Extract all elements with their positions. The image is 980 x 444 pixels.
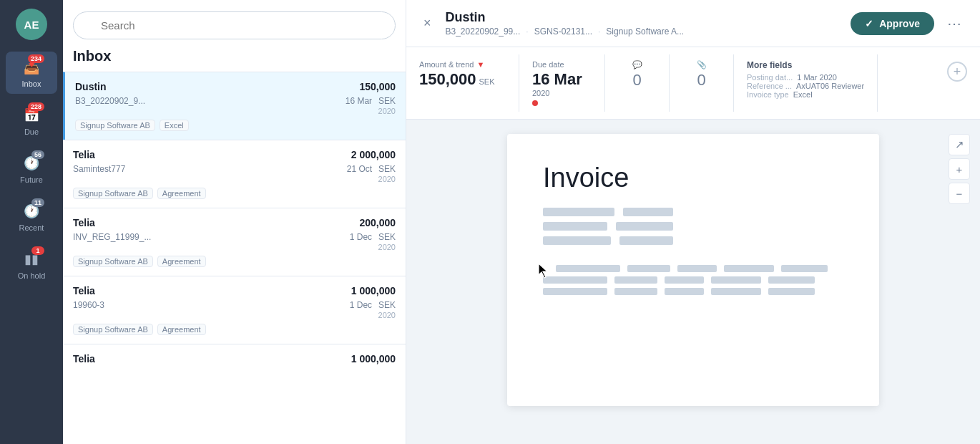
detail-title-block: Dustin B3_20220902_99... · SGNS-02131...…	[446, 10, 685, 37]
avatar: AE	[16, 9, 47, 40]
invoice-type-key: Invoice type	[747, 90, 789, 99]
approve-label: Approve	[879, 18, 920, 29]
doc-content-lines	[543, 208, 843, 245]
cursor-icon	[536, 262, 552, 281]
invoice-date-wrapper-4: 1 Dec SEK 2020	[350, 298, 396, 319]
sidebar-item-recent[interactable]: 11 🕐 Recent	[6, 196, 57, 238]
close-button[interactable]: ×	[419, 14, 436, 32]
expand-button[interactable]: ↗	[949, 134, 970, 155]
sidebar-label-recent: Recent	[19, 223, 44, 232]
invoice-document: Invoice	[507, 134, 879, 406]
left-panel: 🔍 Inbox Dustin 150,000 B3_20220902_9... …	[63, 0, 406, 444]
breadcrumb-sgns: SGNS-02131...	[534, 26, 592, 37]
invoice-name-2: Telia	[73, 149, 95, 160]
due-date-card: Due date 16 Mar 2020	[519, 54, 605, 112]
invoice-ref-1: B3_20220902_9...	[75, 96, 145, 106]
invoice-heading: Invoice	[543, 163, 843, 193]
detail-actions: ✓ Approve ⋯	[851, 12, 967, 35]
approve-check-icon: ✓	[865, 18, 873, 29]
attachments-icon: 📎	[697, 60, 707, 69]
sidebar-label-due: Due	[24, 127, 39, 136]
invoice-item-1[interactable]: Dustin 150,000 B3_20220902_9... 16 Mar S…	[63, 72, 406, 140]
sidebar-item-on-hold[interactable]: 1 ▮▮ On hold	[6, 243, 57, 286]
sidebar-label-on-hold: On hold	[18, 271, 46, 280]
search-input[interactable]	[73, 11, 396, 39]
more-fields-title: More fields	[747, 60, 864, 70]
reference-key: Reference ...	[747, 82, 792, 90]
invoice-tags-1: Signup Software AB Excel	[75, 120, 396, 131]
posting-date-row: Posting dat... 1 Mar 2020	[747, 73, 864, 82]
breadcrumb: B3_20220902_99... · SGNS-02131... · Sign…	[446, 26, 685, 37]
invoice-date-wrapper-2: 21 Oct SEK 2020	[347, 162, 396, 183]
invoice-date-3: 1 Dec	[350, 232, 372, 242]
tag-agreement-4: Agreement	[157, 324, 206, 335]
on-hold-icon: 1 ▮▮	[21, 249, 41, 269]
amount-value: 150,000	[419, 70, 476, 89]
detail-title: Dustin	[446, 10, 685, 25]
reference-row: Reference ... AxUAT06 Reviewer	[747, 82, 864, 90]
sidebar-label-future: Future	[20, 175, 43, 184]
more-fields-card: More fields Posting dat... 1 Mar 2020 Re…	[734, 54, 878, 112]
sidebar-label-inbox: Inbox	[22, 79, 41, 88]
zoom-in-button[interactable]: +	[949, 158, 970, 180]
comments-card[interactable]: 💬 0	[605, 54, 670, 112]
tag-excel-1: Excel	[160, 120, 189, 131]
invoice-amount-1: 150,000	[359, 81, 396, 92]
due-date-label: Due date	[532, 60, 592, 69]
zoom-out-button[interactable]: −	[949, 183, 970, 204]
tag-signup-1: Signup Software AB	[75, 120, 155, 131]
invoice-date-wrapper-3: 1 Dec SEK 2020	[350, 230, 396, 251]
trend-down-icon: ▼	[476, 60, 484, 69]
invoice-tags-3: Signup Software AB Agreement	[73, 256, 396, 267]
invoice-ref-3: INV_REG_11999_...	[73, 232, 151, 242]
invoice-name-4: Telia	[73, 285, 95, 296]
tag-signup-2: Signup Software AB	[73, 188, 153, 199]
attachments-count: 0	[697, 71, 705, 90]
table-row-3	[543, 288, 843, 295]
amount-label: Amount & trend ▼	[419, 60, 506, 69]
sidebar-item-due[interactable]: 228 📅 Due	[6, 100, 57, 142]
invoice-year-4: 2020	[350, 311, 396, 319]
table-row-1	[543, 265, 843, 272]
breadcrumb-company: Signup Software A...	[606, 26, 684, 37]
invoice-currency-4: SEK	[378, 300, 396, 310]
tag-signup-3: Signup Software AB	[73, 256, 153, 267]
add-field-button[interactable]: +	[947, 62, 967, 82]
search-bar: 🔍	[63, 0, 406, 48]
approve-button[interactable]: ✓ Approve	[851, 12, 934, 35]
info-cards: Amount & trend ▼ 150,000 SEK Due date 16…	[406, 47, 980, 120]
invoice-date-1: 16 Mar	[346, 96, 372, 106]
table-row-2	[543, 276, 843, 284]
recent-icon: 11 🕐	[21, 201, 41, 221]
detail-header: × Dustin B3_20220902_99... · SGNS-02131.…	[406, 0, 980, 47]
tag-agreement-3: Agreement	[157, 256, 206, 267]
invoice-currency-1: SEK	[378, 96, 396, 106]
invoice-item-2[interactable]: Telia 2 000,000 Samintest777 21 Oct SEK …	[63, 140, 406, 208]
invoice-amount-2: 2 000,000	[351, 149, 396, 160]
due-date-value: 16 Mar	[532, 70, 592, 89]
future-badge: 56	[31, 150, 44, 159]
tag-signup-4: Signup Software AB	[73, 324, 153, 335]
more-options-button[interactable]: ⋯	[941, 12, 967, 35]
search-wrapper: 🔍	[73, 11, 396, 39]
invoice-year-1: 2020	[346, 107, 396, 115]
invoice-item-3[interactable]: Telia 200,000 INV_REG_11999_... 1 Dec SE…	[63, 208, 406, 276]
comments-count: 0	[632, 71, 641, 90]
zoom-controls: ↗ + −	[949, 134, 970, 204]
sidebar-item-future[interactable]: 56 🕐 Future	[6, 148, 57, 190]
inbox-title: Inbox	[63, 48, 406, 72]
future-icon: 56 🕐	[21, 153, 41, 173]
invoice-item-5[interactable]: Telia 1 000,000	[63, 344, 406, 373]
on-hold-badge: 1	[31, 246, 44, 255]
amount-value-row: 150,000 SEK	[419, 69, 506, 89]
breadcrumb-ref: B3_20220902_99...	[446, 26, 521, 37]
invoice-item-4[interactable]: Telia 1 000,000 19960-3 1 Dec SEK 2020 S…	[63, 276, 406, 344]
attachments-card[interactable]: 📎 0	[670, 54, 734, 112]
invoice-date-4: 1 Dec	[350, 300, 372, 310]
sidebar-item-inbox[interactable]: 234 📥 Inbox	[6, 52, 57, 94]
invoice-name-1: Dustin	[75, 81, 107, 92]
due-badge: 228	[28, 102, 44, 111]
invoice-name-5: Telia	[73, 353, 95, 365]
invoice-preview: Invoice	[406, 120, 980, 444]
invoice-ref-4: 19960-3	[73, 300, 104, 310]
